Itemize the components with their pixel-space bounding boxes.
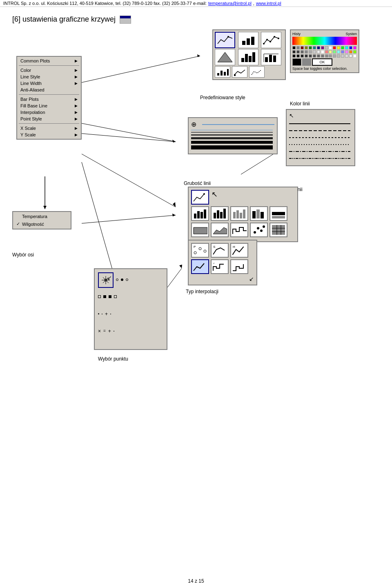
chart-icon-bar3[interactable] <box>230 206 248 221</box>
color-cell[interactable] <box>313 50 316 53</box>
color-cell[interactable] <box>353 50 356 53</box>
color-cell[interactable] <box>296 50 300 53</box>
color-cell[interactable] <box>292 46 296 49</box>
chart-icon-bar4[interactable] <box>250 206 268 221</box>
color-cell[interactable] <box>305 50 308 53</box>
menu-item-point-style[interactable]: Point Style ▶ <box>17 116 81 122</box>
color-cell[interactable] <box>321 46 324 49</box>
color-cell[interactable] <box>317 50 320 53</box>
color-cell[interactable] <box>337 54 340 58</box>
color-cell[interactable] <box>349 50 352 53</box>
color-cell[interactable] <box>329 46 332 49</box>
interp-icon-5[interactable]: ⌐ <box>211 259 229 274</box>
color-cell[interactable] <box>349 46 352 49</box>
line-sample-1[interactable] <box>191 130 274 130</box>
color-cell[interactable] <box>333 54 336 58</box>
chart-icon-area1[interactable] <box>191 223 209 237</box>
color-cell[interactable] <box>333 46 336 49</box>
chart-icon-step[interactable] <box>230 223 248 237</box>
predefined-small-1[interactable] <box>215 66 230 78</box>
color-cell[interactable] <box>313 54 316 58</box>
color-cell[interactable] <box>305 46 308 49</box>
point-circle-hollow[interactable] <box>116 272 118 287</box>
color-cell[interactable] <box>301 54 304 58</box>
line-style-dash2[interactable] <box>289 135 352 140</box>
color-cell[interactable] <box>309 50 312 53</box>
point-dot[interactable] <box>121 272 123 287</box>
header-email[interactable]: temperatura@introl.pl <box>208 1 252 6</box>
point-dot4[interactable] <box>114 324 114 338</box>
color-cell[interactable] <box>349 54 352 58</box>
color-cell[interactable] <box>341 46 344 49</box>
line-style-dashdot[interactable] <box>289 149 352 154</box>
point-sq-hollow[interactable] <box>98 290 101 304</box>
color-cell[interactable] <box>301 46 304 49</box>
color-cell[interactable] <box>329 50 332 53</box>
point-dot-sm[interactable] <box>102 307 102 321</box>
line-sample-2[interactable] <box>191 132 274 133</box>
point-sq-filled[interactable] <box>103 290 106 304</box>
chart-icon-bar1[interactable] <box>191 206 209 221</box>
chart-icon-heatmap[interactable] <box>270 223 287 237</box>
line-sample-6[interactable] <box>191 145 274 149</box>
predefined-icon-4[interactable] <box>215 49 235 65</box>
line-style-dotdash[interactable] <box>289 156 352 161</box>
color-cell[interactable] <box>353 46 356 49</box>
color-cell[interactable] <box>341 50 344 53</box>
point-x[interactable]: × <box>98 324 101 338</box>
line-style-solid[interactable] <box>289 121 352 126</box>
point-eq[interactable]: = <box>103 324 106 338</box>
interp-icon-6[interactable] <box>230 259 248 274</box>
color-cell[interactable] <box>329 54 332 58</box>
line-sample-5[interactable] <box>191 141 274 144</box>
chart-icon-area2[interactable] <box>211 223 229 237</box>
point-sq-filled2[interactable] <box>109 290 111 304</box>
predefined-icon-1[interactable] <box>215 32 235 48</box>
axis-item-wilgotnosc[interactable]: ✓ Wilgotność <box>13 220 71 228</box>
point-sq-hollow2[interactable] <box>114 290 117 304</box>
predefined-small-3[interactable] <box>249 66 265 78</box>
predefined-icon-6[interactable] <box>261 49 281 65</box>
chart-icon-bar5[interactable] <box>270 206 287 221</box>
color-cell[interactable] <box>337 46 340 49</box>
color-cell[interactable] <box>353 54 356 58</box>
color-cell[interactable] <box>325 54 328 58</box>
axis-item-temperatura[interactable]: Temperatura <box>13 213 71 220</box>
point-plus[interactable]: + <box>105 307 108 321</box>
menu-item-interpolation[interactable]: Interpolation ▶ <box>17 109 81 116</box>
color-cell[interactable] <box>337 50 340 53</box>
menu-item-line-width[interactable]: Line Width ▶ <box>17 80 81 87</box>
color-cell[interactable] <box>292 54 296 58</box>
color-gray[interactable] <box>302 58 311 66</box>
color-cell[interactable] <box>345 54 348 58</box>
color-cell[interactable] <box>313 46 316 49</box>
interp-icon-3[interactable]: H <box>230 243 248 258</box>
color-cell[interactable] <box>341 54 344 58</box>
point-circle-hollow2[interactable] <box>126 272 128 287</box>
header-website[interactable]: www.introl.pl <box>256 1 281 6</box>
chart-icon-line[interactable] <box>191 190 209 205</box>
interp-icon-1[interactable]: P <box>191 243 209 258</box>
line-style-dash3[interactable] <box>289 142 352 147</box>
menu-item-color[interactable]: Color ▶ <box>17 67 81 74</box>
menu-item-y-scale[interactable]: Y Scale ▶ <box>17 131 81 138</box>
color-cell[interactable] <box>325 46 328 49</box>
color-cell[interactable] <box>325 50 328 53</box>
color-cell[interactable] <box>305 54 308 58</box>
color-cell[interactable] <box>317 54 320 58</box>
point-dot2[interactable] <box>98 307 99 321</box>
menu-item-line-style[interactable]: Line Style ▶ <box>17 74 81 80</box>
interp-icon-4[interactable] <box>191 259 209 274</box>
color-black[interactable] <box>292 58 301 66</box>
chart-icon-bar2[interactable] <box>211 206 229 221</box>
color-cell[interactable] <box>301 50 304 53</box>
color-cell[interactable] <box>321 54 324 58</box>
color-cell[interactable] <box>296 54 300 58</box>
point-dot3[interactable] <box>110 307 111 321</box>
color-cell[interactable] <box>321 50 324 53</box>
color-gradient[interactable] <box>292 37 357 45</box>
point-plus2[interactable]: + <box>108 324 111 338</box>
color-cell[interactable] <box>317 46 320 49</box>
color-cell[interactable] <box>309 46 312 49</box>
menu-item-bar-plots[interactable]: Bar Plots ▶ <box>17 96 81 102</box>
